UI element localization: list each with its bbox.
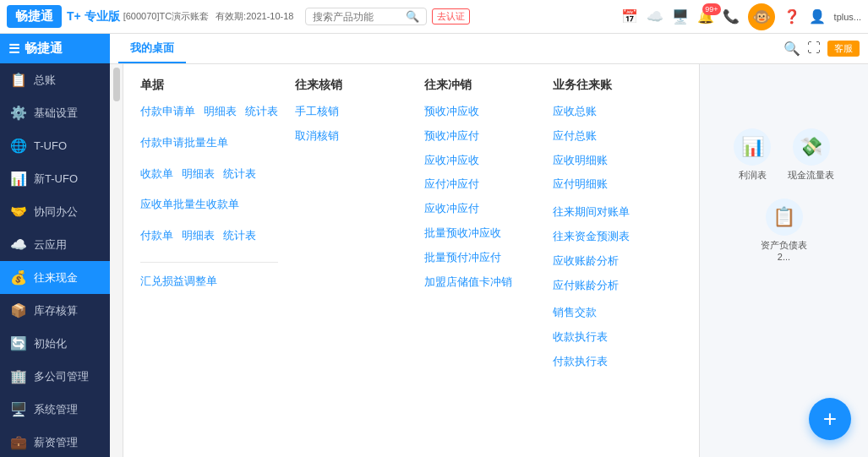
link-ap-ledger[interactable]: 应付总账: [553, 128, 665, 145]
link-ar-ledger[interactable]: 应收总账: [553, 103, 665, 121]
expand-tab-icon[interactable]: ⛶: [807, 41, 821, 57]
sidebar-item-tufo[interactable]: 🌐 T-UFO: [0, 129, 110, 162]
link-receipt-detail[interactable]: 明细表: [182, 166, 215, 183]
menu-row-receipt: 收款单 明细表 统计表: [140, 166, 278, 190]
sidebar-item-system[interactable]: 🖥️ 系统管理: [0, 393, 110, 426]
link-manual-writeoff[interactable]: 手工核销: [295, 103, 407, 121]
link-receipt-exec[interactable]: 收款执行表: [553, 329, 665, 346]
link-ar-aging[interactable]: 应收账龄分析: [553, 253, 665, 270]
link-batch-prepay-ap[interactable]: 批量预付冲应付: [424, 249, 537, 267]
link-ap-aging[interactable]: 应付账龄分析: [553, 277, 665, 295]
sidebar-item-init[interactable]: 🔄 初始化: [0, 327, 110, 360]
link-batch-prepay-ar[interactable]: 批量预收冲应收: [424, 225, 537, 242]
link-payment-stat[interactable]: 统计表: [223, 227, 256, 245]
auth-button[interactable]: 去认证: [432, 8, 470, 24]
general-ledger-icon: 📋: [10, 72, 27, 88]
menu-col-business-ledger: 业务往来账 应收总账 应付总账 应收明细账 应付明细账 往来期间对账单 往来资金…: [553, 78, 682, 443]
sidebar-item-basic-settings[interactable]: ⚙️ 基础设置: [0, 96, 110, 129]
search-box[interactable]: 🔍: [305, 8, 427, 25]
sidebar-label-payroll: 薪资管理: [34, 435, 78, 450]
sidebar-item-payroll[interactable]: 💼 薪资管理: [0, 426, 110, 457]
link-exchange-adj[interactable]: 汇兑损益调整单: [140, 273, 217, 291]
menu-col-offset: 往来冲销 预收冲应收 预收冲应付 应收冲应收 应付冲应付 应收冲应付 批量预收冲…: [424, 78, 554, 443]
topbar: 畅捷通 T+ 专业版 [600070]TC演示账套 有效期:2021-10-18…: [0, 0, 868, 34]
sidebar-item-cloud[interactable]: ☁️ 云应用: [0, 228, 110, 261]
menu-panel: 单据 付款申请单 明细表 统计表 付款申请批量生单 收款单 明细表 统计表: [123, 64, 699, 457]
sidebar-item-multi-company[interactable]: 🏢 多公司管理: [0, 360, 110, 393]
link-payment-request-stat[interactable]: 统计表: [245, 103, 278, 121]
link-prepay-ar[interactable]: 预收冲应收: [424, 103, 537, 121]
sidebar-label-general-ledger: 总账: [34, 73, 56, 88]
monitor-icon[interactable]: 🖥️: [672, 8, 689, 24]
right-panel-item-profit[interactable]: 📊 利润表: [734, 128, 771, 182]
link-payment-batch[interactable]: 付款申请批量生单: [140, 134, 228, 152]
menu-icon: ☰: [8, 41, 19, 57]
menu-title-business-ledger: 业务往来账: [553, 78, 665, 93]
link-ar-ar[interactable]: 应收冲应收: [424, 152, 537, 170]
right-panel-icons: 📊 利润表 💸 现金流量表 📋 资产负债表2...: [700, 128, 868, 262]
link-payment-request-detail[interactable]: 明细表: [204, 103, 237, 121]
user-icon[interactable]: 👤: [809, 8, 826, 24]
link-ap-ap[interactable]: 应付冲应付: [424, 176, 537, 193]
question-icon[interactable]: ❓: [783, 8, 800, 24]
search-tab-icon[interactable]: 🔍: [783, 41, 800, 57]
search-icon[interactable]: 🔍: [406, 10, 419, 23]
sidebar-item-inventory[interactable]: 📦 库存核算: [0, 294, 110, 327]
link-payment[interactable]: 付款单: [140, 227, 173, 245]
fab-button[interactable]: +: [809, 398, 851, 440]
link-receipt[interactable]: 收款单: [140, 166, 173, 183]
menu-grid: 单据 付款申请单 明细表 统计表 付款申请批量生单 收款单 明细表 统计表: [140, 78, 682, 443]
product-name: T+ 专业版: [67, 9, 120, 24]
link-ar-batch[interactable]: 应收单批量生收款单: [140, 196, 239, 214]
sidebar-label-cloud: 云应用: [34, 237, 67, 253]
menu-row-payment: 付款单 明细表 统计表: [140, 227, 278, 252]
menu-row-exchange: 汇兑损益调整单: [140, 273, 278, 297]
sidebar-item-cash[interactable]: 💰 往来现金: [0, 261, 110, 294]
profit-icon: 📊: [734, 128, 771, 166]
expiry-date: 有效期:2021-10-18: [216, 10, 293, 23]
link-fund-forecast[interactable]: 往来资金预测表: [553, 228, 665, 246]
search-input[interactable]: [313, 11, 406, 23]
new-tufo-icon: 📊: [10, 171, 27, 187]
cashflow-icon: 💸: [793, 128, 830, 166]
sidebar-item-new-tufo[interactable]: 📊 新T-UFO: [0, 162, 110, 195]
tab-my-desktop[interactable]: 我的桌面: [118, 34, 186, 63]
link-payment-request[interactable]: 付款申请单: [140, 103, 195, 121]
menu-row-payment-batch: 付款申请批量生单: [140, 134, 278, 159]
link-payment-exec[interactable]: 付款执行表: [553, 353, 665, 371]
sidebar-label-init: 初始化: [34, 336, 67, 351]
left-scroll[interactable]: [110, 64, 123, 457]
system-icon: 🖥️: [10, 401, 27, 417]
notification-icon[interactable]: 🔔 99+: [697, 8, 714, 24]
customer-service-button[interactable]: 客服: [827, 41, 860, 57]
multi-company-icon: 🏢: [10, 368, 27, 384]
link-store-card[interactable]: 加盟店储值卡冲销: [424, 274, 537, 291]
link-prepay-ap[interactable]: 预收冲应付: [424, 128, 537, 145]
collaboration-icon: 🤝: [10, 204, 27, 220]
phone-icon[interactable]: 📞: [723, 8, 740, 24]
sidebar-toggle[interactable]: ☰ 畅捷通: [0, 34, 110, 63]
sidebar-item-general-ledger[interactable]: 📋 总账: [0, 63, 110, 96]
link-payment-detail[interactable]: 明细表: [182, 227, 215, 245]
menu-col-documents: 单据 付款申请单 明细表 统计表 付款申请批量生单 收款单 明细表 统计表: [140, 78, 295, 443]
link-cancel-writeoff[interactable]: 取消核销: [295, 128, 407, 145]
link-ar-ap[interactable]: 应收冲应付: [424, 200, 537, 218]
right-panel-item-cashflow[interactable]: 💸 现金流量表: [788, 128, 834, 182]
monkey-avatar[interactable]: 🐵: [748, 3, 775, 30]
sidebar-label-system: 系统管理: [34, 402, 78, 417]
link-ap-detail-ledger[interactable]: 应付明细账: [553, 176, 665, 193]
link-period-reconcile[interactable]: 往来期间对账单: [553, 204, 665, 221]
sidebar-brand: 畅捷通: [25, 41, 63, 57]
sidebar-label-basic-settings: 基础设置: [34, 106, 78, 121]
sidebar-label-new-tufo: 新T-UFO: [34, 171, 78, 187]
sidebar-item-collaboration[interactable]: 🤝 协同办公: [0, 195, 110, 228]
username[interactable]: tplus...: [834, 12, 861, 22]
cloud-icon[interactable]: ☁️: [647, 8, 663, 24]
link-receipt-stat[interactable]: 统计表: [223, 166, 256, 183]
link-sales-payment[interactable]: 销售交款: [553, 304, 665, 322]
menu-title-documents: 单据: [140, 78, 278, 93]
link-ar-detail-ledger[interactable]: 应收明细账: [553, 152, 665, 170]
sidebar: ☰ 畅捷通 📋 总账 ⚙️ 基础设置 🌐 T-UFO 📊 新T-UFO 🤝 协同…: [0, 34, 110, 457]
right-panel-item-balance[interactable]: 📋 资产负债表2...: [759, 199, 810, 262]
calendar-icon[interactable]: 📅: [621, 8, 638, 24]
